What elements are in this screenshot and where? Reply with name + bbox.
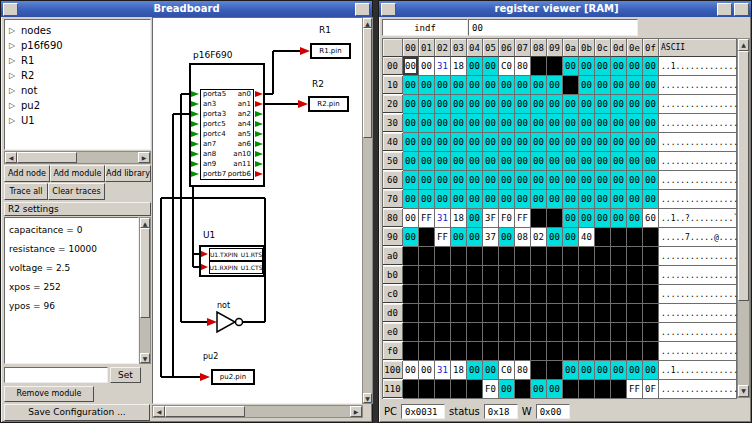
ram-cell[interactable]: 00 <box>515 190 531 209</box>
ram-cell[interactable]: 37 <box>483 228 499 247</box>
ram-cell[interactable]: 00 <box>451 171 467 190</box>
scroll-up-icon[interactable]: ▲ <box>363 18 372 28</box>
ram-cell[interactable] <box>547 323 563 342</box>
scroll-left-icon[interactable]: ◀ <box>5 152 17 163</box>
tree-item-r1[interactable]: ▷R1 <box>5 53 150 68</box>
ram-cell[interactable]: 00 <box>643 95 659 114</box>
ram-cell[interactable]: 00 <box>467 190 483 209</box>
attribute-entry[interactable] <box>4 367 108 383</box>
ram-cell[interactable] <box>563 380 579 399</box>
ram-cell[interactable]: 00 <box>611 152 627 171</box>
ram-cell[interactable] <box>515 266 531 285</box>
ram-cell[interactable]: 00 <box>499 95 515 114</box>
ram-cell[interactable]: 00 <box>451 228 467 247</box>
ram-cell[interactable] <box>435 342 451 361</box>
ram-cell[interactable]: 00 <box>467 133 483 152</box>
pc-value-field[interactable] <box>401 404 445 419</box>
ram-cell[interactable]: 00 <box>531 114 547 133</box>
ram-cell[interactable] <box>467 323 483 342</box>
scroll-down-icon[interactable]: ▼ <box>738 385 749 397</box>
ram-cell[interactable]: 00 <box>627 190 643 209</box>
ram-cell[interactable] <box>563 323 579 342</box>
ram-cell[interactable]: 00 <box>467 76 483 95</box>
ram-cell[interactable] <box>547 304 563 323</box>
ram-cell[interactable]: 00 <box>595 95 611 114</box>
ram-cell[interactable]: 00 <box>403 361 419 380</box>
ram-cell[interactable]: 00 <box>403 209 419 228</box>
ram-cell[interactable] <box>611 285 627 304</box>
ram-cell[interactable]: 00 <box>531 133 547 152</box>
ram-cell[interactable] <box>627 266 643 285</box>
tree-item-r2[interactable]: ▷R2 <box>5 68 150 83</box>
attribute-resistance[interactable]: resistance = 10000 <box>5 240 138 259</box>
ram-cell[interactable]: 00 <box>563 114 579 133</box>
ram-cell[interactable]: 00 <box>403 114 419 133</box>
ram-cell[interactable]: 00 <box>611 95 627 114</box>
ram-cell[interactable]: 00 <box>627 361 643 380</box>
ram-cell[interactable] <box>627 285 643 304</box>
ram-cell[interactable] <box>643 266 659 285</box>
set-button[interactable]: Set <box>110 367 141 383</box>
ram-cell[interactable]: 00 <box>579 76 595 95</box>
expand-arrow-icon[interactable]: ▷ <box>9 38 17 53</box>
ram-cell[interactable]: 00 <box>419 190 435 209</box>
ram-cell[interactable] <box>515 304 531 323</box>
ram-cell[interactable] <box>595 266 611 285</box>
expand-arrow-icon[interactable]: ▷ <box>9 23 17 38</box>
ram-cell[interactable]: 00 <box>419 57 435 76</box>
ram-cell[interactable]: 00 <box>531 190 547 209</box>
ram-cell[interactable]: 00 <box>595 361 611 380</box>
ram-cell[interactable] <box>643 228 659 247</box>
ram-cell[interactable]: 00 <box>419 114 435 133</box>
ram-cell[interactable]: 00 <box>595 152 611 171</box>
w-value-field[interactable] <box>536 404 570 419</box>
ram-cell[interactable]: 00 <box>483 361 499 380</box>
ram-cell[interactable]: 00 <box>419 361 435 380</box>
ram-cell[interactable]: 00 <box>563 361 579 380</box>
ram-cell[interactable]: 00 <box>611 76 627 95</box>
ram-cell[interactable]: 00 <box>515 95 531 114</box>
ram-cell[interactable]: 00 <box>611 114 627 133</box>
ram-cell[interactable]: 00 <box>403 95 419 114</box>
ram-cell[interactable] <box>627 342 643 361</box>
ram-cell[interactable] <box>419 342 435 361</box>
ram-cell[interactable] <box>611 304 627 323</box>
ram-cell[interactable]: 02 <box>531 228 547 247</box>
ram-cell[interactable] <box>595 304 611 323</box>
ram-cell[interactable] <box>451 266 467 285</box>
expand-arrow-icon[interactable]: ▷ <box>9 53 17 68</box>
tree-item-not[interactable]: ▷not <box>5 83 150 98</box>
ram-cell[interactable] <box>467 247 483 266</box>
ram-cell[interactable] <box>547 285 563 304</box>
ram-cell[interactable] <box>595 228 611 247</box>
ram-cell[interactable] <box>595 247 611 266</box>
ram-cell[interactable] <box>611 342 627 361</box>
expand-arrow-icon[interactable]: ▷ <box>9 68 17 83</box>
ram-cell[interactable] <box>563 266 579 285</box>
ram-cell[interactable]: 00 <box>563 171 579 190</box>
register-viewer-titlebar[interactable]: register viewer [RAM] <box>379 1 751 17</box>
ram-cell[interactable]: 00 <box>451 190 467 209</box>
expand-arrow-icon[interactable]: ▷ <box>9 83 17 98</box>
ram-cell[interactable]: 00 <box>563 57 579 76</box>
ram-cell[interactable] <box>451 247 467 266</box>
r2-pin-box[interactable]: R2.pin <box>308 96 349 112</box>
ram-cell[interactable]: 00 <box>643 114 659 133</box>
ram-cell[interactable]: 00 <box>643 361 659 380</box>
ram-cell[interactable]: 00 <box>611 133 627 152</box>
ram-cell[interactable] <box>403 304 419 323</box>
ram-cell[interactable]: 00 <box>419 152 435 171</box>
ram-cell[interactable]: 00 <box>403 152 419 171</box>
clear-traces-button[interactable]: Clear traces <box>48 183 105 200</box>
maximize-button[interactable] <box>717 3 732 16</box>
tree-item-u1[interactable]: ▷U1 <box>5 113 150 128</box>
ram-cell[interactable]: 00 <box>547 133 563 152</box>
ram-cell[interactable] <box>531 304 547 323</box>
attribute-xpos[interactable]: xpos = 252 <box>5 278 138 297</box>
ram-cell[interactable] <box>451 323 467 342</box>
tree-item-nodes[interactable]: ▷nodes <box>5 23 150 38</box>
ram-cell[interactable]: 00 <box>451 152 467 171</box>
ram-cell[interactable] <box>531 361 547 380</box>
ram-cell[interactable]: 00 <box>515 76 531 95</box>
ram-cell[interactable]: 31 <box>435 57 451 76</box>
